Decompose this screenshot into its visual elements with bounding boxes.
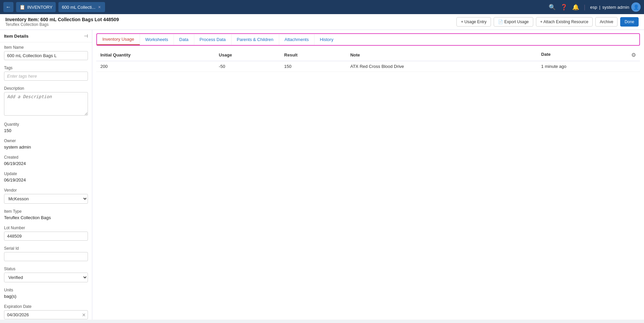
column-header-result: Result xyxy=(280,49,346,61)
help-icon[interactable]: ❓ xyxy=(560,4,567,11)
page-subtitle: Teruflex Collection Bags xyxy=(5,22,119,27)
cell-usage: -50 xyxy=(215,61,280,72)
quantity-value: 150 xyxy=(4,128,11,133)
created-field: Created 06/19/2024 xyxy=(0,152,92,169)
export-usage-label: Export Usage xyxy=(504,19,529,24)
created-value: 06/19/2024 xyxy=(4,161,26,166)
vendor-select[interactable]: McKesson Other xyxy=(4,194,88,204)
search-icon[interactable]: 🔍 xyxy=(549,4,556,11)
status-field: Status Verified Pending Expired xyxy=(0,264,92,285)
tab-worksheets[interactable]: Worksheets xyxy=(140,34,174,45)
description-textarea[interactable] xyxy=(4,92,88,116)
cell-note: ATX Red Cross Blood Drive xyxy=(346,61,537,72)
tab-close-button[interactable]: × xyxy=(97,4,101,10)
status-label: Status xyxy=(4,267,88,271)
units-label: Units xyxy=(4,288,88,292)
created-label: Created xyxy=(4,155,88,160)
item-type-label: Item Type xyxy=(4,209,88,214)
lot-number-input[interactable] xyxy=(4,232,88,241)
quantity-label: Quantity xyxy=(4,122,88,127)
module-icon: 📋 xyxy=(19,4,25,10)
vendor-field: Vendor McKesson Other xyxy=(0,185,92,206)
nav-icons: 🔍 ❓ 🔔 | esp | system admin 👤 xyxy=(549,2,641,12)
update-field: Update 06/19/2024 xyxy=(0,169,92,185)
column-header-usage: Usage xyxy=(215,49,280,61)
export-icon: 📄 xyxy=(498,19,503,24)
status-select[interactable]: Verified Pending Expired xyxy=(4,273,88,282)
sidebar-header: Item Details ⊣ xyxy=(0,30,92,42)
left-sidebar: Item Details ⊣ Item Name Tags Descriptio… xyxy=(0,30,92,320)
description-field: Description xyxy=(0,83,92,119)
page-header: Inventory Item: 600 mL Collection Bags L… xyxy=(0,14,644,30)
back-icon: ← xyxy=(6,4,11,10)
table-header-row: Initial QuantityUsageResultNoteDate⚙ xyxy=(96,49,640,61)
expiration-date-input[interactable] xyxy=(4,310,88,319)
usage-entry-button[interactable]: + Usage Entry xyxy=(456,17,491,27)
user-menu[interactable]: esp | system admin 👤 xyxy=(590,2,641,12)
current-item-tab: 600 mL Collecti... × xyxy=(58,2,105,12)
user-label: system admin xyxy=(602,5,629,10)
table-body: 200-50150ATX Red Cross Blood Drive1 minu… xyxy=(96,61,640,72)
tab-bar: Inventory UsageWorksheetsDataProcess Dat… xyxy=(96,33,640,46)
table-area: Initial QuantityUsageResultNoteDate⚙ 200… xyxy=(92,46,644,320)
column-header-note: Note xyxy=(346,49,537,61)
tab-inventory-usage[interactable]: Inventory Usage xyxy=(97,34,140,45)
quantity-field: Quantity 150 xyxy=(0,119,92,136)
table-settings-button[interactable]: ⚙ xyxy=(631,52,636,58)
expiration-date-label: Expiration Date xyxy=(4,304,88,309)
tab-history[interactable]: History xyxy=(314,34,339,45)
units-field: Units bag(s) xyxy=(0,285,92,301)
export-usage-button[interactable]: 📄 Export Usage xyxy=(494,17,533,27)
owner-field: Owner system admin xyxy=(0,136,92,152)
bell-icon[interactable]: 🔔 xyxy=(572,4,579,11)
sidebar-title: Item Details xyxy=(4,34,29,39)
cell-date: 1 minute ago xyxy=(537,61,640,72)
avatar: 👤 xyxy=(631,2,641,12)
serial-id-field: Serial Id xyxy=(0,243,92,264)
nav-divider2: | xyxy=(599,5,600,10)
right-panel: Inventory UsageWorksheetsDataProcess Dat… xyxy=(92,30,644,320)
item-name-field: Item Name xyxy=(0,42,92,63)
attach-resource-button[interactable]: + Attach Existing Resource xyxy=(536,17,593,27)
update-value: 06/19/2024 xyxy=(4,177,26,183)
top-navigation: ← 📋 INVENTORY 600 mL Collecti... × 🔍 ❓ 🔔… xyxy=(0,0,644,14)
tags-label: Tags xyxy=(4,66,88,70)
item-type-field: Item Type Teruflex Collection Bags xyxy=(0,206,92,223)
vendor-label: Vendor xyxy=(4,188,88,193)
inventory-usage-table: Initial QuantityUsageResultNoteDate⚙ 200… xyxy=(96,49,640,72)
tab-data[interactable]: Data xyxy=(174,34,194,45)
serial-id-input[interactable] xyxy=(4,252,88,261)
units-value: bag(s) xyxy=(4,294,16,299)
main-content: Item Details ⊣ Item Name Tags Descriptio… xyxy=(0,30,644,320)
tags-field: Tags xyxy=(0,63,92,83)
table-row: 200-50150ATX Red Cross Blood Drive1 minu… xyxy=(96,61,640,72)
tab-parents-children[interactable]: Parents & Children xyxy=(232,34,279,45)
tags-input[interactable] xyxy=(4,72,88,81)
back-button[interactable]: ← xyxy=(3,2,13,12)
expiration-date-clear-button[interactable]: ✕ xyxy=(82,312,86,318)
sidebar-collapse-button[interactable]: ⊣ xyxy=(84,33,88,39)
cell-result: 150 xyxy=(280,61,346,72)
tab-label: 600 mL Collecti... xyxy=(62,5,95,10)
inventory-module-tab: 📋 INVENTORY xyxy=(16,2,56,12)
lang-label: esp xyxy=(590,5,597,10)
module-label: INVENTORY xyxy=(27,5,52,10)
owner-label: Owner xyxy=(4,138,88,143)
nav-divider: | xyxy=(584,4,586,11)
item-type-value: Teruflex Collection Bags xyxy=(4,215,51,220)
page-actions: + Usage Entry 📄 Export Usage + Attach Ex… xyxy=(456,17,639,27)
page-title: Inventory Item: 600 mL Collection Bags L… xyxy=(5,17,119,22)
column-header-initial_quantity: Initial Quantity xyxy=(96,49,215,61)
archive-button[interactable]: Archive xyxy=(595,17,617,27)
owner-value: system admin xyxy=(4,145,31,150)
item-name-label: Item Name xyxy=(4,45,88,50)
serial-id-label: Serial Id xyxy=(4,246,88,251)
tab-attachments[interactable]: Attachments xyxy=(279,34,314,45)
cell-initial_quantity: 200 xyxy=(96,61,215,72)
lot-number-label: Lot Number xyxy=(4,226,88,230)
description-label: Description xyxy=(4,86,88,91)
lot-number-field: Lot Number xyxy=(0,223,92,243)
done-button[interactable]: Done xyxy=(620,17,639,27)
item-name-input[interactable] xyxy=(4,51,88,60)
tab-process-data[interactable]: Process Data xyxy=(194,34,232,45)
